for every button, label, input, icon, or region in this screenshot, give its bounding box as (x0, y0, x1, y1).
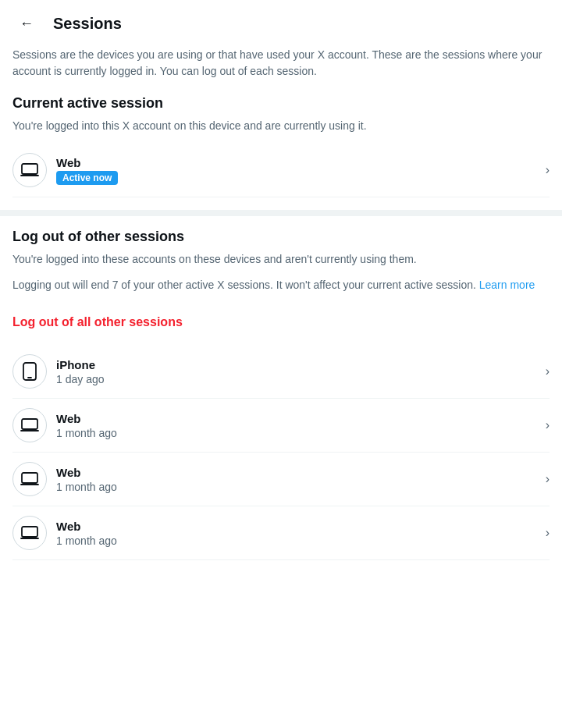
logout-all-button[interactable]: Log out of all other sessions (12, 306, 183, 339)
page-container: ← Sessions Sessions are the devices you … (0, 0, 562, 570)
session-info-web3: Web 1 month ago (56, 520, 546, 547)
session-info-iphone: iPhone 1 day ago (56, 358, 546, 385)
laptop-icon (20, 161, 39, 179)
session-name-web1: Web (56, 412, 546, 425)
phone-icon (22, 362, 37, 381)
other-sessions-section: Log out of other sessions You're logged … (12, 229, 550, 560)
session-time-web1: 1 month ago (56, 427, 546, 439)
current-session-info: Web Active now (56, 156, 546, 185)
session-name-web2: Web (56, 466, 546, 479)
device-icon-wrap-web1 (12, 408, 47, 442)
session-info-web1: Web 1 month ago (56, 412, 546, 439)
current-session-name: Web (56, 156, 546, 169)
laptop-icon-web3 (20, 524, 39, 542)
current-session-desc: You're logged into this X account on thi… (12, 118, 550, 134)
device-icon-wrap-iphone (12, 354, 47, 389)
session-name-iphone: iPhone (56, 358, 546, 371)
laptop-icon-web2 (20, 470, 39, 488)
session-item-iphone[interactable]: iPhone 1 day ago › (12, 345, 550, 399)
session-time-iphone: 1 day ago (56, 373, 546, 385)
other-sessions-desc: You're logged into these accounts on the… (12, 251, 550, 268)
session-name-web3: Web (56, 520, 546, 533)
device-icon-wrap-web2 (12, 462, 47, 496)
current-session-item[interactable]: Web Active now › (12, 144, 550, 197)
warning-text-before: Logging out will end 7 of your other act… (12, 279, 479, 291)
chevron-icon-iphone: › (546, 364, 550, 378)
chevron-icon-web2: › (546, 472, 550, 486)
active-badge: Active now (56, 171, 118, 185)
page-title: Sessions (53, 15, 122, 33)
learn-more-link[interactable]: Learn more (479, 279, 535, 291)
svg-rect-5 (22, 527, 37, 537)
section-divider (0, 210, 562, 216)
chevron-icon: › (546, 163, 550, 177)
other-sessions-title: Log out of other sessions (12, 229, 550, 245)
other-sessions-list: iPhone 1 day ago › Web 1 month ago › (12, 345, 550, 560)
session-time-web2: 1 month ago (56, 481, 546, 493)
session-info-web2: Web 1 month ago (56, 466, 546, 493)
svg-rect-0 (22, 164, 37, 174)
device-icon-wrap-current (12, 153, 47, 187)
back-button[interactable]: ← (12, 9, 41, 37)
chevron-icon-web3: › (546, 526, 550, 540)
chevron-icon-web1: › (546, 418, 550, 432)
session-item-web3[interactable]: Web 1 month ago › (12, 506, 550, 560)
back-arrow-icon: ← (20, 16, 34, 32)
session-time-web3: 1 month ago (56, 534, 546, 547)
session-item-web1[interactable]: Web 1 month ago › (12, 399, 550, 453)
session-item-web2[interactable]: Web 1 month ago › (12, 453, 550, 506)
svg-rect-3 (22, 419, 37, 429)
current-session-title: Current active session (12, 95, 550, 112)
header: ← Sessions (12, 9, 550, 37)
current-session-section: Current active session You're logged int… (12, 95, 550, 197)
warning-text: Logging out will end 7 of your other act… (12, 277, 550, 293)
device-icon-wrap-web3 (12, 516, 47, 550)
laptop-icon-web1 (20, 416, 39, 435)
svg-rect-4 (22, 473, 37, 483)
page-description: Sessions are the devices you are using o… (12, 47, 550, 80)
